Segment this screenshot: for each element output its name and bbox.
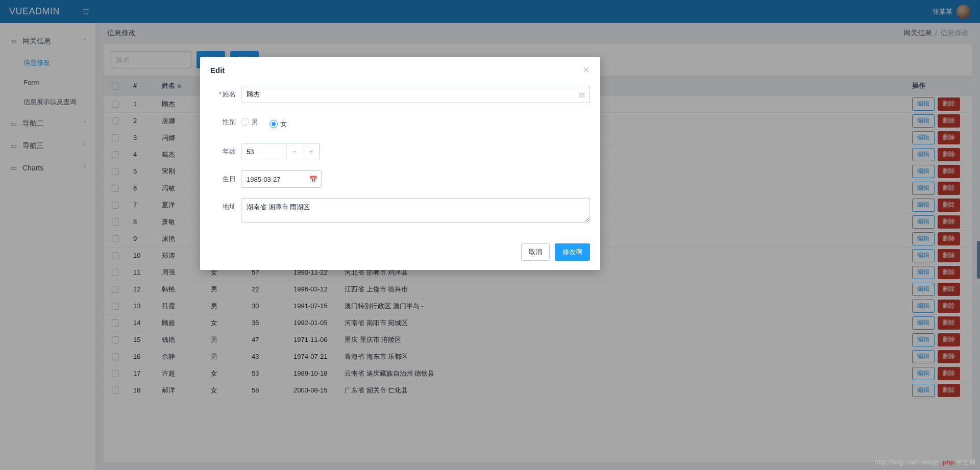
label-name: 姓名 <box>223 90 236 98</box>
dialog-title: Edit <box>210 66 225 75</box>
edit-dialog: Edit ✕ *姓名 ▤ 性别 男 女 年龄 <box>200 57 600 270</box>
name-field[interactable] <box>241 86 590 103</box>
cancel-button[interactable]: 取消 <box>521 243 550 261</box>
age-input[interactable] <box>241 143 286 160</box>
label-bday: 生日 <box>210 170 241 188</box>
radio-female[interactable]: 女 <box>270 115 287 133</box>
radio-male[interactable]: 男 <box>241 113 258 131</box>
addr-field[interactable]: 湖南省 湘潭市 雨湖区 <box>241 198 590 222</box>
label-sex: 性别 <box>210 113 241 131</box>
label-age: 年龄 <box>210 143 241 160</box>
label-addr: 地址 <box>210 198 241 215</box>
close-icon[interactable]: ✕ <box>582 64 590 76</box>
side-handle[interactable] <box>977 241 980 279</box>
input-suffix-icon: ▤ <box>579 91 585 98</box>
calendar-icon[interactable]: 📅 <box>309 176 317 183</box>
increment-button[interactable]: + <box>303 143 319 160</box>
submit-button[interactable]: 修改啊 <box>555 243 590 261</box>
age-stepper[interactable]: − + <box>241 143 320 160</box>
decrement-button[interactable]: − <box>286 143 303 160</box>
